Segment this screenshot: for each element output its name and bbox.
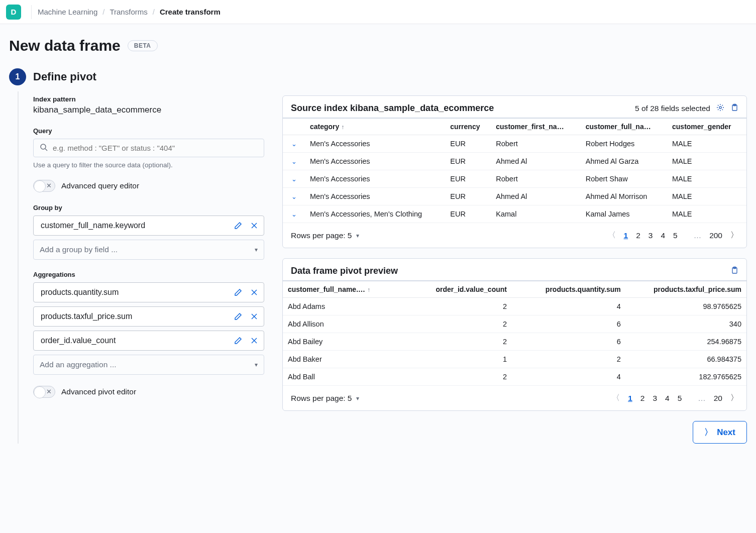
aggregation-item: products.quantity.sum xyxy=(33,282,264,302)
pagination: 〈 12345 … 20 〉 xyxy=(612,393,738,403)
next-button[interactable]: 〉 Next xyxy=(693,421,747,444)
advanced-pivot-editor-label: Advanced pivot editor xyxy=(61,387,136,396)
edit-icon[interactable] xyxy=(234,312,243,321)
chevron-down-icon[interactable]: ⌄ xyxy=(291,210,297,218)
table-row: Abd Bailey 2 6 254.96875 xyxy=(283,333,746,351)
close-icon[interactable] xyxy=(250,336,259,345)
fields-selected-count: 5 of 28 fields selected xyxy=(635,104,710,113)
aggregations-label: Aggregations xyxy=(33,271,264,278)
chevron-down-icon: ▾ xyxy=(356,395,359,402)
source-index-title: Source index kibana_sample_data_ecommerc… xyxy=(291,103,494,114)
prev-page-button[interactable]: 〈 xyxy=(608,230,616,241)
pagination-ellipsis: … xyxy=(694,231,702,240)
table-row: Abd Ball 2 4 182.9765625 xyxy=(283,368,746,386)
breadcrumb-item[interactable]: Transforms xyxy=(110,8,147,16)
chevron-down-icon: ▾ xyxy=(356,232,359,239)
chevron-down-icon[interactable]: ⌄ xyxy=(291,175,297,183)
step-number: 1 xyxy=(9,68,26,85)
pagination: 〈 12345 … 200 〉 xyxy=(608,230,739,241)
table-row: ⌄ Men's Accessories EUR Ahmed Al Ahmed A… xyxy=(283,153,746,170)
page-button[interactable]: 5 xyxy=(678,394,682,402)
aggregation-item: order_id.value_count xyxy=(33,331,264,351)
next-page-button[interactable]: 〉 xyxy=(730,230,738,241)
query-input[interactable] xyxy=(33,139,264,157)
column-header[interactable]: customer_full_na… xyxy=(581,118,667,135)
chevron-down-icon[interactable]: ⌄ xyxy=(291,140,297,148)
column-header[interactable]: currency xyxy=(445,118,491,135)
breadcrumb-item[interactable]: Machine Learning xyxy=(38,8,97,16)
query-label: Query xyxy=(33,127,264,135)
page-button[interactable]: 5 xyxy=(673,231,678,240)
clipboard-icon[interactable] xyxy=(730,266,738,276)
column-header[interactable]: products.quantity.sum xyxy=(512,281,626,298)
beta-badge: BETA xyxy=(128,40,158,51)
page-button[interactable]: 3 xyxy=(649,231,653,240)
search-icon xyxy=(40,143,48,153)
chevron-down-icon[interactable]: ⌄ xyxy=(291,193,297,200)
chevron-down-icon[interactable]: ⌄ xyxy=(291,158,297,165)
svg-line-1 xyxy=(45,149,47,151)
column-header[interactable]: category↑ xyxy=(305,118,445,135)
page-button[interactable]: 4 xyxy=(665,394,670,402)
page-button[interactable]: 1 xyxy=(628,394,632,402)
breadcrumb-current: Create transform xyxy=(160,8,221,16)
rows-per-page-select[interactable]: Rows per page: 5 ▾ xyxy=(291,394,359,403)
prev-page-button[interactable]: 〈 xyxy=(612,393,620,403)
query-help-text: Use a query to filter the source data (o… xyxy=(33,161,264,169)
column-header[interactable]: customer_first_na… xyxy=(491,118,581,135)
pivot-preview-table: customer_full_name.…↑ order_id.value_cou… xyxy=(283,280,746,386)
chevron-down-icon: ▾ xyxy=(255,246,258,253)
breadcrumb: Machine Learning / Transforms / Create t… xyxy=(38,8,221,16)
pivot-preview-panel: Data frame pivot preview customer_full_n… xyxy=(282,258,747,411)
divider xyxy=(31,5,32,19)
column-header[interactable]: order_id.value_count xyxy=(403,281,512,298)
edit-icon[interactable] xyxy=(234,288,243,297)
table-row: ⌄ Men's Accessories EUR Robert Robert Sh… xyxy=(283,170,746,188)
edit-icon[interactable] xyxy=(234,336,243,345)
page-button[interactable]: 1 xyxy=(624,231,628,240)
pivot-preview-title: Data frame pivot preview xyxy=(291,266,398,276)
page-title: New data frame xyxy=(9,37,121,54)
group-by-label: Group by xyxy=(33,204,264,211)
page-button[interactable]: 4 xyxy=(661,231,665,240)
table-row: ⌄ Men's Accessories EUR Robert Robert Ho… xyxy=(283,135,746,153)
app-logo[interactable]: D xyxy=(6,5,21,20)
clipboard-icon[interactable] xyxy=(730,103,738,113)
close-icon: ✕ xyxy=(46,388,52,395)
table-row: Abd Allison 2 6 340 xyxy=(283,315,746,333)
query-input-field[interactable] xyxy=(53,144,258,152)
close-icon: ✕ xyxy=(46,182,52,189)
close-icon[interactable] xyxy=(250,288,259,297)
rows-per-page-select[interactable]: Rows per page: 5 ▾ xyxy=(291,231,359,240)
column-header[interactable]: customer_full_name.…↑ xyxy=(283,281,403,298)
gear-icon[interactable] xyxy=(716,103,724,113)
pagination-ellipsis: … xyxy=(698,394,706,403)
svg-point-10 xyxy=(719,106,721,109)
add-aggregation-field[interactable]: Add an aggregation ... ▾ xyxy=(33,355,264,375)
column-header[interactable]: customer_gender xyxy=(667,118,746,135)
step-title: Define pivot xyxy=(33,70,96,83)
advanced-pivot-editor-toggle[interactable]: ✕ xyxy=(33,386,55,398)
chevron-down-icon: ▾ xyxy=(255,361,258,368)
page-button[interactable]: 2 xyxy=(640,394,645,402)
topbar: D Machine Learning / Transforms / Create… xyxy=(0,0,756,24)
source-index-panel: Source index kibana_sample_data_ecommerc… xyxy=(282,95,747,248)
table-row: ⌄ Men's Accessories EUR Ahmed Al Ahmed A… xyxy=(283,188,746,205)
sort-asc-icon: ↑ xyxy=(341,124,344,131)
page-button[interactable]: 3 xyxy=(653,394,657,402)
page-button[interactable]: 200 xyxy=(709,231,722,240)
page-button[interactable]: 2 xyxy=(636,231,640,240)
sort-asc-icon: ↑ xyxy=(367,286,370,293)
advanced-query-editor-label: Advanced query editor xyxy=(61,181,139,190)
index-pattern-value: kibana_sample_data_ecommerce xyxy=(33,105,264,115)
close-icon[interactable] xyxy=(250,221,259,230)
add-group-by-field[interactable]: Add a group by field ... ▾ xyxy=(33,240,264,260)
advanced-query-editor-toggle[interactable]: ✕ xyxy=(33,180,55,192)
chevron-right-icon: 〉 xyxy=(704,427,713,438)
page-button[interactable]: 20 xyxy=(714,394,722,403)
close-icon[interactable] xyxy=(250,312,259,321)
edit-icon[interactable] xyxy=(234,221,243,230)
svg-point-0 xyxy=(41,144,46,149)
column-header[interactable]: products.taxful_price.sum xyxy=(626,281,746,298)
next-page-button[interactable]: 〉 xyxy=(730,393,738,403)
